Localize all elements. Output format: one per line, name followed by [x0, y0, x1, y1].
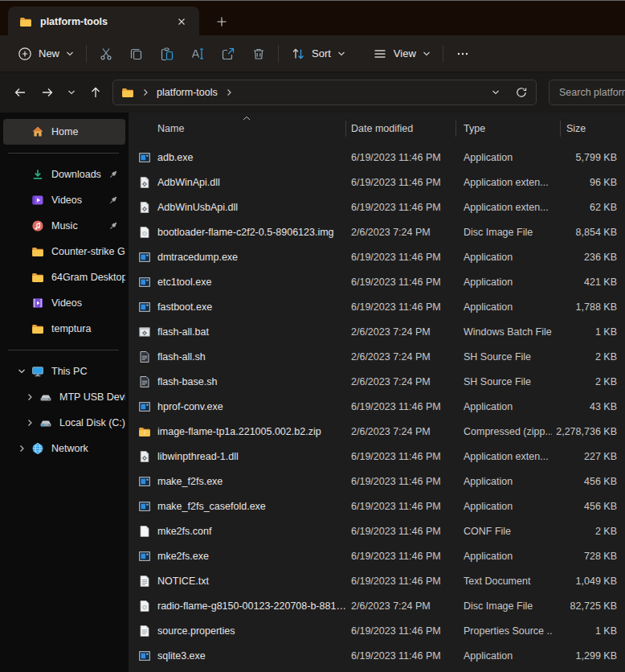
- recent-locations-button[interactable]: [61, 80, 82, 105]
- txt-file-icon: [138, 575, 151, 588]
- chevron-down-icon[interactable]: [13, 365, 31, 378]
- column-divider[interactable]: [560, 121, 561, 137]
- sidebar-item-counter-strike-glo[interactable]: Counter-strike Glo: [3, 239, 125, 264]
- file-row[interactable]: make_f2fs_casefold.exe6/19/2023 11:46 PM…: [129, 494, 625, 518]
- column-header-type[interactable]: Type: [464, 123, 485, 134]
- column-header-size[interactable]: Size: [566, 123, 586, 134]
- file-row[interactable]: image-flame-tp1a.221005.002.b2.zip2/6/20…: [129, 419, 625, 444]
- sort-ascending-icon[interactable]: [243, 116, 251, 121]
- sidebar-item-home[interactable]: Home: [3, 119, 125, 145]
- file-row[interactable]: mke2fs.exe6/19/2023 11:46 PMApplication7…: [129, 543, 625, 568]
- file-row[interactable]: NOTICE.txt6/19/2023 11:46 PMText Documen…: [129, 568, 625, 593]
- column-divider[interactable]: [345, 121, 346, 137]
- refresh-icon[interactable]: [515, 86, 528, 99]
- sidebar-item-temptura[interactable]: temptura: [3, 316, 125, 342]
- column-header-date-modified[interactable]: Date modified: [351, 123, 413, 134]
- sidebar-item-downloads[interactable]: Downloads: [3, 162, 125, 187]
- delete-button[interactable]: [243, 40, 274, 68]
- new-tab-button[interactable]: [211, 11, 232, 32]
- exe-file-icon: [138, 649, 151, 662]
- sidebar: HomeDownloadsVideosMusicCounter-strike G…: [0, 113, 129, 672]
- file-size: 96 KB: [552, 177, 617, 188]
- file-date-modified: 6/19/2023 11:46 PM: [351, 576, 464, 587]
- tab-platform-tools[interactable]: platform-tools: [8, 6, 199, 36]
- file-row[interactable]: AdbWinUsbApi.dll6/19/2023 11:46 PMApplic…: [129, 195, 625, 219]
- file-date-modified: 2/6/2023 7:24 PM: [351, 376, 464, 387]
- file-name: etc1tool.exe: [157, 277, 351, 288]
- exe-file-icon: [138, 400, 151, 413]
- file-row[interactable]: adb.exe6/19/2023 11:46 PMApplication5,79…: [129, 145, 625, 170]
- sidebar-item-mtp-usb-device[interactable]: MTP USB Device: [3, 384, 125, 410]
- file-row[interactable]: etc1tool.exe6/19/2023 11:46 PMApplicatio…: [129, 269, 625, 294]
- disk-windows-icon: [39, 416, 53, 429]
- dll-file-icon: [138, 450, 151, 463]
- close-tab-icon[interactable]: [172, 12, 191, 31]
- chevron-right-icon[interactable]: [13, 442, 31, 455]
- file-date-modified: 6/19/2023 11:46 PM: [351, 625, 464, 637]
- file-type: Text Document: [464, 576, 552, 587]
- sidebar-item-64gram-desktop[interactable]: 64Gram Desktop: [3, 264, 125, 290]
- view-button[interactable]: View: [365, 40, 439, 68]
- file-row[interactable]: radio-flame-g8150-00123-220708-b-8810...…: [129, 593, 625, 618]
- sidebar-item-music[interactable]: Music: [3, 213, 125, 239]
- file-row[interactable]: AdbWinApi.dll6/19/2023 11:46 PMApplicati…: [129, 170, 625, 195]
- column-divider[interactable]: [455, 121, 456, 137]
- sidebar-separator: [8, 350, 119, 350]
- paste-button[interactable]: [152, 40, 182, 68]
- copy-icon: [129, 46, 145, 62]
- see-more-button[interactable]: [447, 40, 478, 68]
- forward-button[interactable]: [34, 80, 61, 105]
- column-header-name[interactable]: Name: [157, 123, 184, 134]
- file-row[interactable]: bootloader-flame-c2f2-0.5-8906123.img2/6…: [129, 219, 625, 244]
- file-row[interactable]: hprof-conv.exe6/19/2023 11:46 PMApplicat…: [129, 394, 625, 419]
- up-button[interactable]: [82, 80, 109, 105]
- search-box[interactable]: [549, 80, 625, 105]
- folder-icon: [121, 86, 134, 99]
- file-row[interactable]: mke2fs.conf6/19/2023 11:46 PMCONF File2 …: [129, 518, 625, 543]
- exe-file-icon: [138, 276, 151, 289]
- trash-icon: [251, 46, 267, 62]
- sidebar-item-videos[interactable]: Videos: [3, 290, 125, 316]
- sidebar-item-videos[interactable]: Videos: [3, 187, 125, 213]
- file-row[interactable]: sqlite3.exe6/19/2023 11:46 PMApplication…: [129, 643, 625, 668]
- chevron-down-icon: [65, 49, 75, 59]
- chevron-right-icon[interactable]: [21, 391, 39, 404]
- file-row[interactable]: dmtracedump.exe6/19/2023 11:46 PMApplica…: [129, 244, 625, 269]
- file-size: 456 KB: [552, 501, 617, 512]
- search-input[interactable]: [558, 86, 625, 99]
- file-date-modified: 6/19/2023 11:46 PM: [351, 152, 464, 163]
- file-size: 2 KB: [552, 526, 617, 537]
- file-row[interactable]: flash-all.bat2/6/2023 7:24 PMWindows Bat…: [129, 319, 625, 344]
- file-size: 1,299 KB: [552, 650, 617, 662]
- address-box[interactable]: platform-tools: [112, 80, 537, 105]
- file-date-modified: 6/19/2023 11:46 PM: [351, 476, 464, 487]
- back-button[interactable]: [6, 80, 34, 105]
- share-button[interactable]: [213, 40, 243, 68]
- sidebar-item-local-disk-c[interactable]: Local Disk (C:): [3, 410, 125, 436]
- sidebar-item-label: Local Disk (C:): [59, 417, 125, 428]
- new-button[interactable]: New: [10, 40, 82, 68]
- file-row[interactable]: flash-base.sh2/6/2023 7:24 PMSH Source F…: [129, 369, 625, 394]
- file-name: adb.exe: [157, 152, 351, 163]
- chevron-right-icon[interactable]: [21, 416, 39, 429]
- toolbar-divider: [86, 45, 87, 63]
- sort-button[interactable]: Sort: [283, 40, 353, 68]
- sidebar-item-this-pc[interactable]: This PC: [3, 359, 125, 384]
- exe-file-icon: [138, 475, 151, 488]
- breadcrumb-segment[interactable]: platform-tools: [157, 87, 218, 98]
- file-row[interactable]: make_f2fs.exe6/19/2023 11:46 PMApplicati…: [129, 469, 625, 494]
- address-dropdown-icon[interactable]: [491, 88, 500, 97]
- copy-button[interactable]: [121, 40, 152, 68]
- file-row[interactable]: source.properties6/19/2023 11:46 PMPrope…: [129, 618, 625, 643]
- sidebar-item-label: MTP USB Device: [59, 391, 125, 403]
- file-row[interactable]: fastboot.exe6/19/2023 11:46 PMApplicatio…: [129, 294, 625, 319]
- file-type: Application: [464, 152, 552, 163]
- file-row[interactable]: libwinpthread-1.dll6/19/2023 11:46 PMApp…: [129, 444, 625, 469]
- sidebar-item-network[interactable]: Network: [3, 436, 125, 461]
- rename-button[interactable]: [182, 40, 213, 68]
- breadcrumb-chevron-icon[interactable]: [224, 88, 234, 97]
- sidebar-item-label: temptura: [51, 323, 125, 334]
- file-date-modified: 6/19/2023 11:46 PM: [351, 177, 464, 188]
- file-row[interactable]: flash-all.sh2/6/2023 7:24 PMSH Source Fi…: [129, 344, 625, 369]
- cut-button[interactable]: [91, 40, 121, 68]
